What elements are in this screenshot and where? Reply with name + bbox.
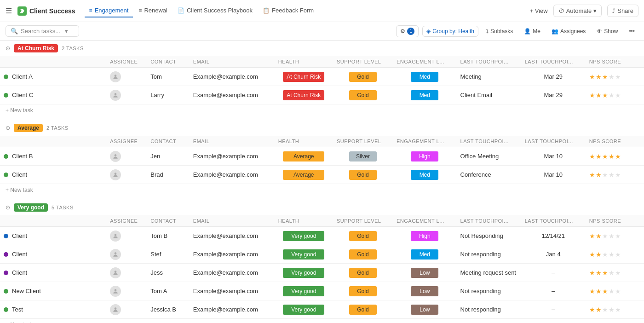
touchpoint2-cell: – [521,282,586,300]
health-badge: Very good [283,249,324,260]
star-icon: ★ [609,232,615,240]
nav-tab-feedback[interactable]: 📋Feedback Form [258,4,318,17]
star-icon: ★ [615,251,621,258]
table-row[interactable]: Client Jess Example@example.com Very goo… [0,264,644,282]
nps-cell: ★★★★★ [586,147,644,166]
automate-button[interactable]: ⏱ Automate ▾ [553,5,602,17]
engagement-badge: Low [411,286,438,296]
group-task-count-average: 2 TASKS [46,125,69,131]
automate-label: Automate [566,7,592,14]
tab-label-feedback: Feedback Form [272,7,314,14]
new-task-verygood[interactable]: + New task [0,319,644,323]
table-row[interactable]: Client Brad Example@example.com Average … [0,166,644,184]
group-icon: ◈ [426,28,431,35]
star-icon: ★ [596,269,602,277]
task-name: Test [4,306,103,313]
table-row[interactable]: Client Stef Example@example.com Very goo… [0,245,644,264]
share-button[interactable]: ⤴ Share [607,5,638,17]
stars-container: ★★★★★ [589,269,640,277]
menu-icon[interactable]: ☰ [6,6,12,15]
nav-tab-renewal[interactable]: ≡Renewal [134,4,172,17]
star-icon: ★ [615,92,621,99]
filter-button[interactable]: ⚙ 1 [396,25,419,37]
group-by-button[interactable]: ◈ Group by: Health [422,26,478,37]
task-label: New Client [12,288,41,294]
stars-container: ★★★★★ [589,73,640,81]
email-cell: Example@example.com [190,166,275,184]
table-row[interactable]: Client Tom B Example@example.com Very go… [0,227,644,245]
touchpoint2-cell: Mar 10 [521,147,586,166]
task-dot [4,289,8,294]
avatar [110,151,121,162]
contact-cell: Tom [147,68,189,86]
task-name: Client C [4,92,103,98]
more-button[interactable]: ••• [625,26,638,36]
engagement-cell: High [393,227,457,245]
support-badge: Gold [349,305,377,315]
health-cell: At Churn Risk [275,68,333,86]
tab-icon-feedback: 📋 [263,7,270,14]
toolbar-right: ⚙ 1 ◈ Group by: Health ⤵ Subtasks 👤 Me 👥… [396,25,638,37]
col-header-nps: NPS SCORE [586,136,644,147]
star-icon: ★ [609,73,615,81]
engagement-badge: Med [411,72,438,82]
table-row[interactable]: Client A Tom Example@example.com At Chur… [0,68,644,86]
table-row[interactable]: Client C Larry Example@example.com At Ch… [0,86,644,104]
assignee-cell [106,166,147,184]
search-dropdown-icon[interactable]: ▾ [65,28,68,35]
svg-point-7 [115,289,117,291]
col-header-health: HEALTH [275,136,333,147]
star-icon: ★ [602,306,608,313]
add-view-button[interactable]: + View [529,7,547,14]
task-dot [4,154,8,159]
share-label: Share [617,7,633,14]
show-button[interactable]: 👁 Show [593,26,621,36]
health-cell: Very good [275,264,333,282]
table-row[interactable]: New Client Tom A Example@example.com Ver… [0,282,644,300]
group-toggle-average[interactable]: ⊙ [6,125,10,131]
avatar [110,249,121,260]
nav-tab-engagement[interactable]: ≡Engagement [85,4,133,17]
star-icon: ★ [589,92,595,99]
star-icon: ★ [609,251,615,258]
contact-cell: Stef [147,245,189,264]
automate-chevron: ▾ [593,7,597,14]
task-label: Client A [12,73,33,80]
star-icon: ★ [602,232,608,240]
group-toggle-verygood[interactable]: ⊙ [6,204,10,211]
group-label: Group by: Health [432,28,474,35]
table-row[interactable]: Test Jessica B Example@example.com Very … [0,300,644,319]
task-name: Client A [4,73,103,80]
search-box[interactable]: 🔍 Search tasks... ▾ [6,25,79,37]
table-row[interactable]: Client B Jen Example@example.com Average… [0,147,644,166]
nps-cell: ★★★★★ [586,245,644,264]
col-header-support: SUPPORT LEVEL [333,136,393,147]
svg-point-2 [115,154,117,156]
nav-tab-playbook[interactable]: 📄Client Success Playbook [173,4,257,17]
new-task-average[interactable]: + New task [0,184,644,196]
support-cell: Gold [333,245,393,264]
health-badge: Average [283,151,324,162]
group-task-count-churn: 2 TASKS [62,46,84,51]
engagement-cell: Low [393,282,457,300]
new-task-churn[interactable]: + New task [0,104,644,116]
avatar [110,90,121,101]
assignee-cell [106,68,147,86]
col-header-contact: CONTACT [147,215,189,227]
engagement-badge: Low [411,305,438,315]
subtasks-button[interactable]: ⤵ Subtasks [482,26,517,36]
assignees-button[interactable]: 👥 Assignees [548,26,589,36]
touchpoint1-cell: Not responding [457,300,521,319]
filter-badge: 1 [407,28,414,35]
tab-icon-engagement: ≡ [89,7,92,14]
me-button[interactable]: 👤 Me [520,26,544,36]
health-badge: Very good [283,268,324,278]
engagement-badge: Med [411,90,438,100]
task-dot [4,271,8,275]
main-content: ⊙ At Churn Risk 2 TASKS ASSIGNEE CONTACT… [0,40,644,323]
email-cell: Example@example.com [190,300,275,319]
email-cell: Example@example.com [190,282,275,300]
star-icon: ★ [602,171,608,179]
group-toggle-churn[interactable]: ⊙ [6,45,10,52]
star-icon: ★ [596,251,602,258]
